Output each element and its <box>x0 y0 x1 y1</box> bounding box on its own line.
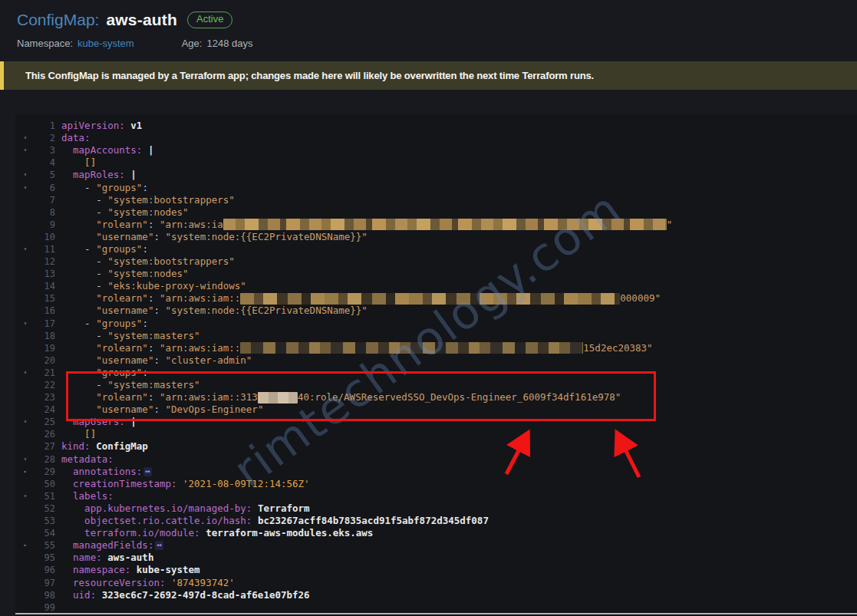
warning-text: This ConfigMap is managed by a Terraform… <box>25 70 594 81</box>
fold-arrow-icon[interactable]: ▾ <box>15 367 35 379</box>
code-text[interactable]: "rolearn": "arn:aws:iam::15d2ec20383" <box>55 342 653 354</box>
code-segment: labels: <box>61 490 114 502</box>
code-line: ▾51 labels: <box>15 490 857 502</box>
code-text[interactable]: [] <box>55 156 96 169</box>
code-segment: ConfigMap <box>91 440 148 453</box>
code-segment: : <box>148 292 154 305</box>
code-text[interactable]: mapAccounts: | <box>55 144 153 156</box>
code-text[interactable]: - "eks:kube-proxy-windows" <box>55 280 246 292</box>
line-number: 15 <box>35 292 55 305</box>
code-text[interactable]: - "system:nodes" <box>55 268 189 280</box>
code-text[interactable]: mapUsers: | <box>55 416 137 428</box>
code-line: ▾5 mapRoles: | <box>15 169 857 181</box>
fold-arrow-icon[interactable]: ▾ <box>15 182 35 194</box>
code-segment: "cluster-admin" <box>160 354 252 367</box>
namespace-link[interactable]: kube-system <box>77 38 134 49</box>
code-text[interactable]: resourceVersion: '874393742' <box>55 577 235 589</box>
line-number: 53 <box>35 515 55 527</box>
code-line: ▾2data: <box>15 132 857 144</box>
code-text[interactable]: managedFields:↔ <box>55 539 163 552</box>
code-segment: [] <box>61 428 96 440</box>
code-text[interactable]: - "system:bootstrappers" <box>55 255 235 268</box>
code-text[interactable]: "rolearn": "arn:aws:iam::000009" <box>55 292 661 305</box>
code-line: 99 <box>15 601 857 614</box>
code-text[interactable]: [] <box>55 428 96 440</box>
code-segment: : <box>142 367 148 379</box>
fold-arrow-icon[interactable]: ▾ <box>15 144 35 156</box>
code-segment: | <box>125 416 137 428</box>
code-line: 53 objectset.rio.cattle.io/hash: bc23267… <box>15 515 857 527</box>
code-text[interactable]: - "system:nodes" <box>55 206 189 219</box>
fold-arrow-icon[interactable]: ▾ <box>15 169 35 181</box>
code-line: ▾21 - "groups": <box>15 367 857 379</box>
fold-arrow-icon[interactable]: ▾ <box>15 132 35 144</box>
code-segment: bc23267acff84b7835acd91f5abf872d345df087 <box>252 515 489 527</box>
code-text[interactable]: - "system:masters" <box>55 379 200 391</box>
code-text[interactable]: "username": "system:node:{{EC2PrivateDNS… <box>55 231 368 243</box>
code-text[interactable]: labels: <box>55 490 114 502</box>
yaml-editor[interactable]: 1apiVersion: v1▾2data:▾3 mapAccounts: |4… <box>15 115 857 616</box>
code-segment: Terraform <box>252 502 309 515</box>
code-text[interactable]: annotations:↔ <box>55 466 152 478</box>
code-line: 98 uid: 323ec6c7-2692-497d-8cad-af6e1e07… <box>15 589 857 601</box>
code-text[interactable]: kind: ConfigMap <box>55 440 148 453</box>
code-segment: "DevOps-Engineer" <box>160 404 263 416</box>
fold-arrow-icon[interactable]: ▾ <box>15 453 35 466</box>
code-text[interactable]: - "system:masters" <box>55 330 200 342</box>
code-text[interactable]: mapRoles: | <box>55 169 137 181</box>
code-segment: "arn:aws:iam::313 <box>153 391 257 404</box>
fold-arrow-icon[interactable]: ▸ <box>15 539 35 552</box>
code-text[interactable]: "username": "system:node:{{EC2PrivateDNS… <box>55 305 368 317</box>
code-segment: "arn:aws:iam:: <box>153 292 240 305</box>
line-number: 28 <box>35 453 55 466</box>
code-line: 54 terraform.io/module: terraform-aws-mo… <box>15 527 857 539</box>
line-number: 14 <box>35 280 55 292</box>
code-text[interactable]: - "groups": <box>55 182 148 194</box>
code-line: 23 "rolearn": "arn:aws:iam::31340:role/A… <box>15 391 857 404</box>
fold-arrow-icon[interactable]: ▸ <box>15 466 35 478</box>
code-segment: terraform-aws-modules.eks.aws <box>200 527 374 539</box>
code-segment: - <box>61 268 107 280</box>
fold-arrow-icon[interactable]: ▾ <box>15 416 35 428</box>
code-text[interactable]: objectset.rio.cattle.io/hash: bc23267acf… <box>55 515 489 527</box>
code-text[interactable]: "rolearn": "arn:aws:ia" <box>55 219 672 231</box>
collapsed-content-icon[interactable]: ↔ <box>143 467 152 476</box>
collapsed-content-icon[interactable]: ↔ <box>155 541 163 550</box>
line-number: 12 <box>35 255 55 268</box>
code-text[interactable]: app.kubernetes.io/managed-by: Terraform <box>55 502 310 515</box>
line-number: 9 <box>35 219 55 231</box>
code-segment: kind: <box>61 440 91 453</box>
code-line: 97 resourceVersion: '874393742' <box>15 576 857 588</box>
code-text[interactable]: "rolearn": "arn:aws:iam::31340:role/AWSR… <box>55 391 621 404</box>
code-segment: "eks:kube-proxy-windows" <box>107 280 246 292</box>
code-text[interactable]: - "groups": <box>55 243 148 255</box>
code-lines: 1apiVersion: v1▾2data:▾3 mapAccounts: |4… <box>15 115 857 614</box>
code-text[interactable]: - "system:bootstrappers" <box>55 194 235 206</box>
code-text[interactable]: - "groups": <box>55 367 148 379</box>
code-text[interactable]: apiVersion: v1 <box>55 120 142 132</box>
code-text[interactable]: namespace: kube-system <box>55 564 200 576</box>
code-segment: "system:nodes" <box>107 206 188 219</box>
code-line: 10 "username": "system:node:{{EC2Private… <box>15 231 857 243</box>
code-text[interactable]: "username": "DevOps-Engineer" <box>55 404 263 416</box>
code-segment: kube-system <box>130 564 199 576</box>
code-line: 24 "username": "DevOps-Engineer" <box>15 404 857 416</box>
fold-arrow-icon[interactable]: ▾ <box>15 243 35 255</box>
code-text[interactable]: name: aws-auth <box>55 552 153 564</box>
code-text[interactable]: - "groups": <box>55 318 148 330</box>
code-text[interactable]: metadata: <box>55 453 114 466</box>
code-text[interactable]: terraform.io/module: terraform-aws-modul… <box>55 527 373 539</box>
fold-arrow-icon[interactable]: ▾ <box>15 490 35 502</box>
line-number: 95 <box>35 552 55 564</box>
code-text[interactable]: uid: 323ec6c7-2692-497d-8cad-af6e1e07bf2… <box>55 589 310 601</box>
code-segment: "arn:aws:ia <box>153 219 222 231</box>
code-line: ▾17 - "groups": <box>15 318 857 330</box>
horizontal-scrollbar[interactable] <box>15 613 857 614</box>
redacted-blur <box>240 342 583 354</box>
resource-type-label: ConfigMap: <box>17 11 99 29</box>
fold-arrow-icon[interactable]: ▾ <box>15 318 35 330</box>
code-text[interactable]: creationTimestamp: '2021-08-09T12:14:56Z… <box>55 478 310 490</box>
code-text[interactable]: "username": "cluster-admin" <box>55 354 252 367</box>
line-number: 10 <box>35 231 55 243</box>
code-text[interactable]: data: <box>55 132 91 144</box>
